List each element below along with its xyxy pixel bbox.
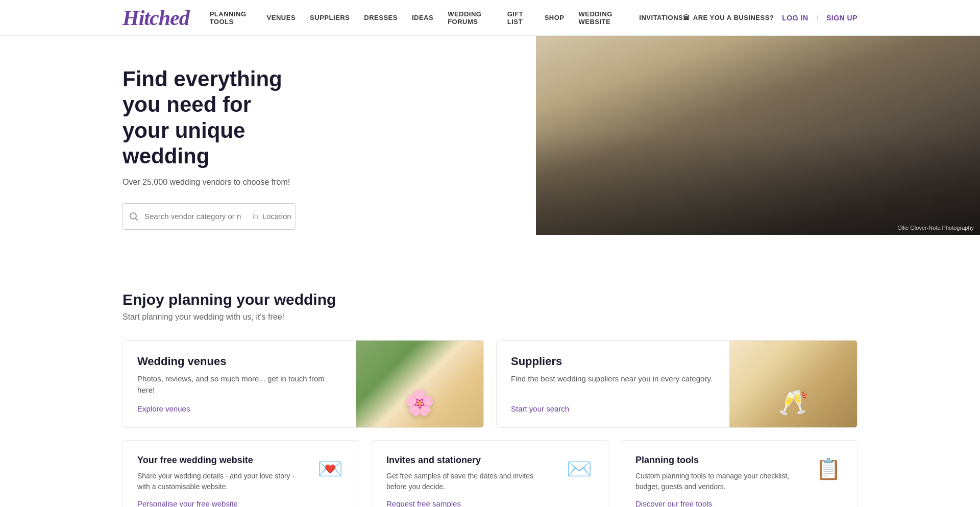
invites-card: Invites and stationery Get free samples … xyxy=(372,440,608,507)
hero-title: Find everything you need for your unique… xyxy=(122,66,296,170)
venues-card-title: Wedding venues xyxy=(137,355,341,368)
venues-card-content: Wedding venues Photos, reviews, and so m… xyxy=(123,341,356,427)
planning-tools-card: Planning tools Custom planning tools to … xyxy=(621,440,857,507)
nav-item-invitations[interactable]: INVITATIONS xyxy=(639,14,683,21)
photo-credit: Ollie Glover-Nota Photography xyxy=(897,225,974,231)
hero-section: Find everything you need for your unique… xyxy=(0,36,980,260)
wedding-website-desc: Share your wedding details - and your lo… xyxy=(137,471,306,492)
invites-icon: ✉️ xyxy=(565,455,594,484)
venues-card: Wedding venues Photos, reviews, and so m… xyxy=(122,340,484,428)
planning-tools-desc: Custom planning tools to manage your che… xyxy=(635,471,804,492)
wedding-website-content: Your free wedding website Share your wed… xyxy=(137,455,306,507)
search-bar: in Search xyxy=(122,203,296,230)
svg-line-1 xyxy=(136,218,138,220)
suppliers-image-art xyxy=(729,341,857,427)
start-search-link[interactable]: Start your search xyxy=(511,404,715,413)
hero-photo xyxy=(536,36,980,235)
nav-item-planning-tools[interactable]: PLANNING TOOLS xyxy=(210,10,253,26)
venues-card-desc: Photos, reviews, and so much more... get… xyxy=(137,373,341,396)
nav-item-gift-list[interactable]: GIFT LIST xyxy=(507,10,530,26)
discover-tools-link[interactable]: Discover our free tools xyxy=(635,499,712,507)
nav-item-dresses[interactable]: DRESSES xyxy=(364,14,398,21)
planning-tools-content: Planning tools Custom planning tools to … xyxy=(635,455,804,507)
venues-image-art xyxy=(356,341,483,427)
nav-item-suppliers[interactable]: SUPPLIERS xyxy=(310,14,350,21)
signup-link[interactable]: SIGN UP xyxy=(826,14,857,22)
header: Hitched PLANNING TOOLSVENUESSUPPLIERSDRE… xyxy=(0,0,980,36)
large-cards-row: Wedding venues Photos, reviews, and so m… xyxy=(122,340,857,428)
invites-desc: Get free samples of save the dates and i… xyxy=(386,471,555,492)
invites-title: Invites and stationery xyxy=(386,455,555,466)
suppliers-card-image xyxy=(729,341,857,427)
planning-tools-title: Planning tools xyxy=(635,455,804,466)
wedding-website-card: Your free wedding website Share your wed… xyxy=(122,440,359,507)
business-link[interactable]: 🏛 ARE YOU A BUSINESS? xyxy=(683,14,774,21)
header-right: 🏛 ARE YOU A BUSINESS? LOG IN | SIGN UP xyxy=(683,14,857,22)
hero-image: Ollie Glover-Nota Photography xyxy=(536,36,980,235)
planning-tools-icon: 📋 xyxy=(814,455,843,484)
venues-card-image xyxy=(356,341,483,427)
request-samples-link[interactable]: Request free samples xyxy=(386,499,461,507)
logo[interactable]: Hitched xyxy=(122,6,189,30)
hero-subtitle: Over 25,000 wedding vendors to choose fr… xyxy=(122,178,296,187)
search-location-input[interactable] xyxy=(262,212,296,221)
search-location-wrap: in xyxy=(246,212,296,221)
in-label: in xyxy=(253,212,258,221)
invites-content: Invites and stationery Get free samples … xyxy=(386,455,555,507)
suppliers-card-title: Suppliers xyxy=(511,355,715,368)
hero-content: Find everything you need for your unique… xyxy=(0,36,419,260)
suppliers-card: Suppliers Find the best wedding supplier… xyxy=(496,340,857,428)
wedding-website-icon: 💌 xyxy=(316,455,345,484)
nav-item-shop[interactable]: SHOP xyxy=(545,14,565,21)
small-cards-row: Your free wedding website Share your wed… xyxy=(122,440,857,507)
nav-item-venues[interactable]: VENUES xyxy=(267,14,296,21)
search-icon xyxy=(123,212,144,221)
business-label: ARE YOU A BUSINESS? xyxy=(693,14,774,21)
building-icon: 🏛 xyxy=(683,14,690,21)
auth-divider: | xyxy=(817,14,818,21)
suppliers-card-desc: Find the best wedding suppliers near you… xyxy=(511,373,715,396)
suppliers-card-content: Suppliers Find the best wedding supplier… xyxy=(497,341,729,427)
planning-subtitle: Start planning your wedding with us, it'… xyxy=(122,312,857,322)
search-vendor-input[interactable] xyxy=(144,205,246,228)
nav-item-ideas[interactable]: IDEAS xyxy=(412,14,433,21)
explore-venues-link[interactable]: Explore venues xyxy=(137,404,341,413)
login-link[interactable]: LOG IN xyxy=(782,14,808,22)
wedding-website-title: Your free wedding website xyxy=(137,455,306,466)
nav-item-wedding-forums[interactable]: WEDDING FORUMS xyxy=(448,10,493,26)
planning-section: Enjoy planning your wedding Start planni… xyxy=(0,260,980,507)
main-nav: PLANNING TOOLSVENUESSUPPLIERSDRESSESIDEA… xyxy=(210,10,683,26)
planning-title: Enjoy planning your wedding xyxy=(122,291,857,308)
nav-item-wedding-website[interactable]: WEDDING WEBSITE xyxy=(578,10,625,26)
personalise-website-link[interactable]: Personalise your free website xyxy=(137,499,238,507)
